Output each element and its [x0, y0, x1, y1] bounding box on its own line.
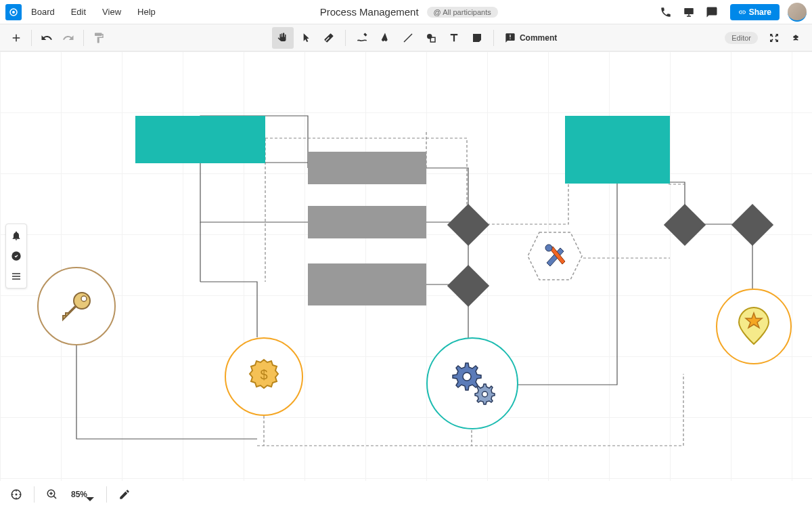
- svg-text:$: $: [260, 367, 267, 382]
- menu-edit[interactable]: Edit: [64, 4, 93, 20]
- svg-point-10: [463, 373, 471, 381]
- toolbar: Comment Editor: [0, 24, 812, 51]
- role-badge[interactable]: Editor: [725, 32, 758, 44]
- hand-tool[interactable]: [272, 27, 294, 49]
- fit-button[interactable]: [763, 27, 785, 49]
- svg-point-14: [16, 494, 18, 496]
- hexagon-tools[interactable]: [524, 229, 585, 283]
- line-tool[interactable]: [397, 27, 419, 49]
- diamond-4[interactable]: [731, 204, 773, 246]
- header-bar: Board Edit View Help Process Management …: [0, 0, 812, 24]
- participants-badge[interactable]: @ All participants: [427, 7, 498, 18]
- diamond-1[interactable]: [447, 204, 489, 246]
- menu-board[interactable]: Board: [24, 4, 62, 20]
- collapse-button[interactable]: [785, 27, 807, 49]
- dollar-icon: $: [243, 356, 285, 398]
- circle-key[interactable]: [37, 267, 116, 345]
- key-icon: [56, 286, 97, 326]
- gray-box-1[interactable]: [308, 152, 426, 184]
- svg-point-6: [545, 245, 552, 251]
- chat-icon[interactable]: [706, 6, 718, 18]
- circle-gears[interactable]: [426, 337, 518, 429]
- phone-icon[interactable]: [660, 6, 672, 18]
- minimap-button[interactable]: [5, 484, 27, 505]
- svg-point-1: [12, 11, 15, 14]
- teal-box-2[interactable]: [565, 116, 670, 184]
- redo-button[interactable]: [58, 27, 79, 49]
- svg-rect-2: [684, 8, 694, 14]
- gray-box-3[interactable]: [308, 263, 426, 305]
- star-pin-icon: [735, 305, 773, 348]
- diamond-2[interactable]: [447, 265, 489, 307]
- present-icon[interactable]: [683, 6, 695, 18]
- undo-button[interactable]: [36, 27, 58, 49]
- shape-tool[interactable]: [420, 27, 442, 49]
- doc-title[interactable]: Process Management: [320, 6, 419, 18]
- pen-tool[interactable]: [351, 27, 373, 49]
- comment-label: Comment: [520, 33, 557, 43]
- svg-point-3: [427, 34, 432, 39]
- svg-point-8: [81, 296, 87, 301]
- zoom-button[interactable]: [41, 484, 63, 505]
- share-label: Share: [749, 7, 771, 17]
- circle-star[interactable]: [716, 289, 792, 364]
- check-icon[interactable]: [9, 249, 24, 263]
- menu-view[interactable]: View: [95, 4, 128, 20]
- sticky-tool[interactable]: [466, 27, 488, 49]
- gears-icon: [445, 356, 499, 410]
- edit-button[interactable]: [114, 484, 135, 505]
- svg-point-11: [482, 391, 488, 397]
- canvas[interactable]: $: [0, 51, 812, 481]
- left-tools-panel: [5, 224, 27, 289]
- marker-tool[interactable]: [374, 27, 396, 49]
- teal-box-1[interactable]: [135, 116, 265, 163]
- text-tool[interactable]: [443, 27, 465, 49]
- notification-icon[interactable]: [9, 228, 24, 243]
- list-icon[interactable]: [9, 269, 24, 284]
- format-paint-button[interactable]: [88, 27, 110, 49]
- gray-box-2[interactable]: [308, 206, 426, 238]
- add-tool[interactable]: [5, 27, 27, 49]
- pointer-tool[interactable]: [295, 27, 317, 49]
- bottom-bar: 85%: [0, 481, 812, 508]
- eraser-tool[interactable]: [318, 27, 340, 49]
- user-avatar[interactable]: [788, 3, 807, 22]
- circle-dollar[interactable]: $: [225, 337, 303, 416]
- share-button[interactable]: Share: [730, 4, 780, 20]
- menu-help[interactable]: Help: [131, 4, 162, 20]
- comment-button[interactable]: Comment: [499, 30, 562, 46]
- diamond-3[interactable]: [664, 204, 706, 246]
- app-logo[interactable]: [5, 4, 22, 20]
- zoom-level[interactable]: 85%: [71, 490, 87, 499]
